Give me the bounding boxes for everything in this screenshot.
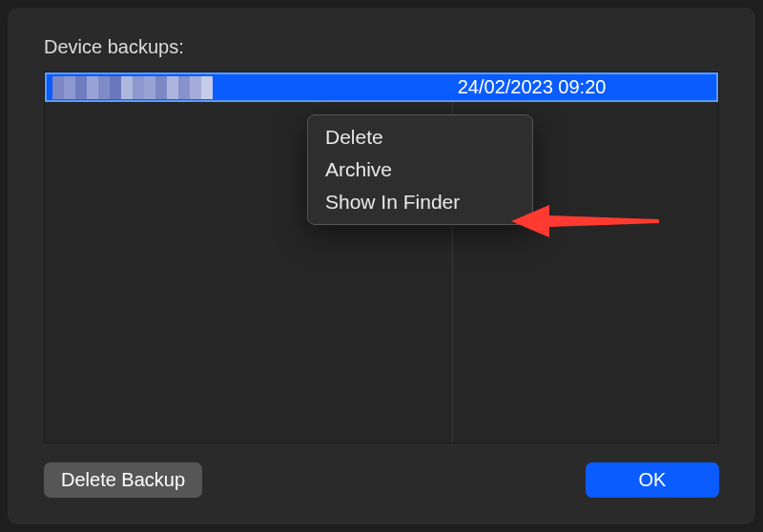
annotation-arrow (511, 202, 664, 244)
backup-date-cell: 24/02/2023 09:20 (452, 76, 716, 98)
dialog-footer: Delete Backup OK (44, 462, 719, 498)
section-label: Device backups: (44, 36, 719, 58)
delete-backup-button[interactable]: Delete Backup (44, 462, 202, 498)
backup-row-selected[interactable]: 24/02/2023 09:20 (45, 72, 718, 102)
context-item-archive[interactable]: Archive (308, 153, 532, 186)
svg-marker-0 (511, 205, 659, 237)
redacted-name (52, 76, 213, 99)
dialog-window: Device backups: (8, 8, 755, 524)
context-item-show-in-finder[interactable]: Show In Finder (308, 186, 532, 218)
ok-button[interactable]: OK (586, 462, 719, 498)
context-item-delete[interactable]: Delete (308, 121, 532, 153)
context-menu: Delete Archive Show In Finder (307, 114, 533, 225)
backup-name-cell (47, 76, 452, 99)
